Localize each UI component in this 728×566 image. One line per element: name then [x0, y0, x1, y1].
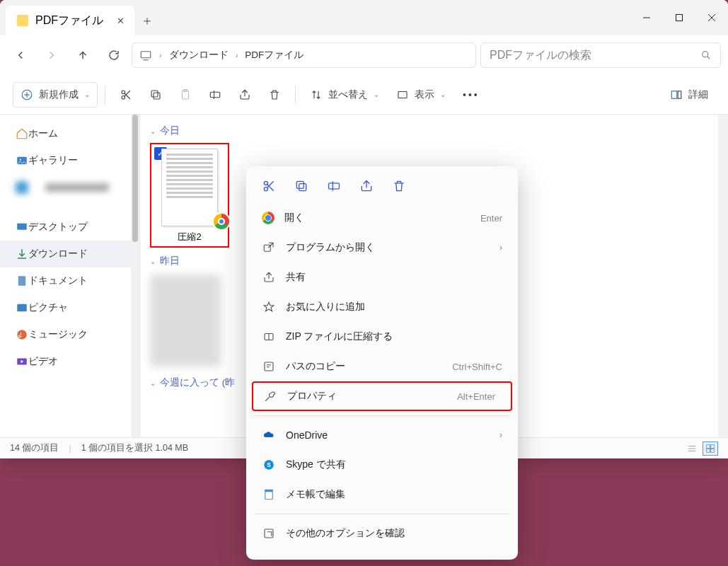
sidebar-item-blurred[interactable]: › [0, 174, 139, 201]
svg-rect-22 [671, 91, 677, 98]
sidebar-item-videos[interactable]: ビデオ [0, 348, 139, 375]
file-name: 圧縮2 [178, 231, 201, 243]
new-tab-button[interactable]: ＋ [134, 6, 160, 35]
svg-point-6 [703, 52, 708, 57]
svg-rect-23 [678, 91, 681, 98]
ctx-cut-button[interactable] [262, 179, 276, 193]
details-label: 詳細 [688, 88, 708, 101]
ctx-label: お気に入りに追加 [286, 301, 365, 313]
star-icon [262, 301, 275, 313]
group-label: 今日 [160, 125, 180, 137]
delete-button[interactable] [261, 82, 288, 108]
ctx-label: プログラムから開く [286, 241, 375, 254]
share-button[interactable] [231, 82, 258, 108]
search-icon [700, 50, 712, 61]
address-bar[interactable]: › ダウンロード › PDFファイル [132, 42, 476, 68]
svg-rect-36 [707, 449, 710, 452]
maximize-button[interactable] [663, 0, 695, 35]
sidebar-item-home[interactable]: ホーム [0, 120, 139, 147]
tab-active[interactable]: PDFファイル ✕ [6, 6, 134, 35]
svg-rect-27 [18, 276, 26, 286]
copy-button[interactable] [142, 82, 169, 108]
shortcut: Enter [480, 213, 502, 224]
openwith-icon [262, 241, 275, 254]
chevron-right-icon: › [159, 51, 162, 59]
svg-rect-19 [210, 92, 220, 98]
search-input[interactable]: PDFファイルの検索 [480, 42, 721, 68]
back-button[interactable] [7, 42, 34, 69]
chevron-down-icon: ⌄ [374, 91, 379, 98]
ctx-copypath[interactable]: パスのコピー Ctrl+Shift+C [246, 352, 518, 381]
sidebar-item-music[interactable]: ミュージック [0, 321, 139, 348]
tab-close-icon[interactable]: ✕ [117, 16, 125, 26]
home-icon [16, 127, 28, 140]
ctx-onedrive[interactable]: OneDrive › [246, 420, 518, 450]
pictures-icon [16, 301, 28, 314]
ctx-notepad[interactable]: メモ帳で編集 [246, 480, 518, 509]
sort-label: 並べ替え [328, 88, 368, 101]
ctx-delete-button[interactable] [392, 179, 406, 193]
sort-button[interactable]: 並べ替え ⌄ [303, 82, 386, 108]
details-button[interactable]: 詳細 [663, 82, 715, 108]
sort-icon [310, 88, 323, 101]
tiles-view-button[interactable] [703, 441, 718, 456]
rename-button[interactable] [202, 82, 229, 108]
new-button[interactable]: 新規作成 ⌄ [13, 82, 98, 108]
documents-icon [16, 275, 28, 287]
chrome-overlay-icon [212, 212, 231, 231]
sidebar-scrollbar[interactable] [131, 115, 139, 437]
navbar: › ダウンロード › PDFファイル PDFファイルの検索 [0, 35, 728, 75]
minimize-button[interactable] [630, 0, 663, 35]
copy-icon [149, 88, 162, 101]
gallery-icon [16, 154, 28, 167]
skype-icon: S [262, 458, 275, 471]
svg-line-14 [125, 91, 130, 96]
view-button[interactable]: 表示 ⌄ [389, 82, 453, 108]
chevron-right-icon: › [499, 430, 502, 440]
details-view-button[interactable] [684, 441, 700, 456]
refresh-button[interactable] [100, 42, 127, 69]
ctx-open[interactable]: 開く Enter [246, 203, 518, 233]
sidebar-label: ギャラリー [28, 154, 78, 167]
svg-rect-42 [299, 184, 306, 191]
content-scrollbar[interactable] [718, 115, 728, 437]
up-button[interactable] [69, 42, 96, 69]
titlebar: PDFファイル ✕ ＋ [0, 0, 728, 35]
breadcrumb-current[interactable]: PDFファイル [245, 49, 304, 62]
more-options-icon [262, 527, 275, 540]
close-button[interactable] [695, 0, 728, 35]
more-button[interactable]: ••• [456, 82, 487, 108]
ctx-zip[interactable]: ZIP ファイルに圧縮する [246, 322, 518, 352]
file-item-selected[interactable]: ✓ 圧縮2 [150, 143, 229, 248]
cut-button[interactable] [112, 82, 139, 108]
music-icon [16, 328, 28, 341]
zip-icon [262, 330, 275, 343]
ctx-rename-button[interactable] [327, 179, 341, 193]
paste-button[interactable] [172, 82, 199, 108]
ctx-copy-button[interactable] [294, 179, 308, 193]
group-today[interactable]: ⌄今日 [150, 125, 718, 137]
ctx-openwith[interactable]: プログラムから開く › [246, 233, 518, 262]
sidebar-item-pictures[interactable]: ピクチャ [0, 294, 139, 321]
svg-rect-34 [707, 444, 710, 448]
ctx-more[interactable]: その他のオプションを確認 [246, 519, 518, 548]
ctx-skype[interactable]: S Skype で共有 [246, 450, 518, 480]
paste-icon [179, 88, 192, 101]
sidebar-item-documents[interactable]: ドキュメント [0, 267, 139, 294]
ctx-share-button[interactable] [359, 179, 374, 193]
sidebar-label: デスクトップ [28, 221, 88, 233]
svg-rect-1 [676, 15, 683, 21]
forward-button[interactable] [38, 42, 65, 69]
sidebar-item-desktop[interactable]: デスクトップ [0, 214, 139, 241]
file-item-blurred[interactable] [150, 275, 221, 366]
sidebar-item-gallery[interactable]: ギャラリー [0, 147, 139, 174]
status-selection: 1 個の項目を選択 1.04 MB [81, 442, 188, 454]
ctx-share[interactable]: 共有 [246, 262, 518, 292]
new-label: 新規作成 [39, 88, 79, 101]
ctx-properties[interactable]: プロパティ Alt+Enter [252, 381, 512, 411]
sidebar-item-downloads[interactable]: ダウンロード [0, 241, 139, 267]
breadcrumb-downloads[interactable]: ダウンロード [169, 49, 229, 62]
wrench-icon [264, 390, 277, 403]
ctx-favorite[interactable]: お気に入りに追加 [246, 292, 518, 322]
svg-line-7 [707, 57, 710, 59]
